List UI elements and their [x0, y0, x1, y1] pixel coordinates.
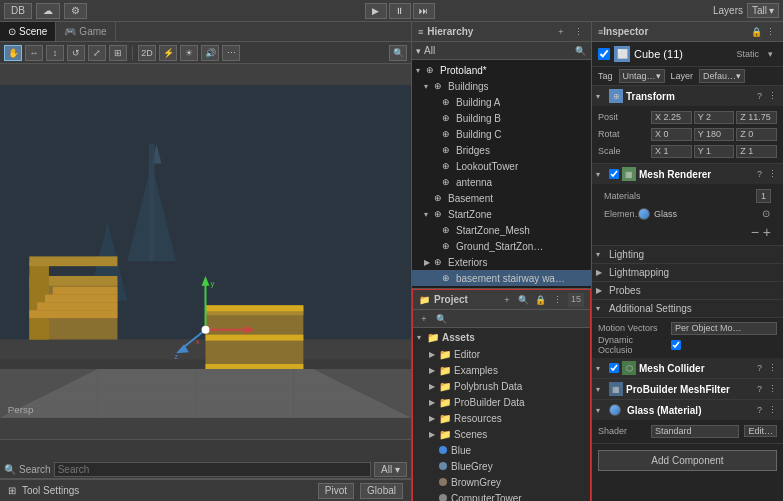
hierarchy-add-btn[interactable]: +: [554, 25, 568, 39]
add-component-button[interactable]: Add Component: [598, 450, 777, 471]
project-add-btn[interactable]: +: [500, 293, 514, 307]
play-button[interactable]: ▶: [365, 3, 387, 19]
pivot-button[interactable]: Pivot: [318, 483, 354, 499]
glass-material-help-btn[interactable]: ?: [755, 404, 764, 416]
asset-polybrush[interactable]: ▶ 📁 Polybrush Data: [413, 378, 590, 394]
scale-z[interactable]: Z 1: [736, 145, 777, 158]
transform-more-btn[interactable]: ⋮: [766, 90, 779, 102]
move-tool[interactable]: ↔: [25, 45, 43, 61]
gizmos-toggle[interactable]: ⋯: [222, 45, 240, 61]
asset-examples[interactable]: ▶ 📁 Examples: [413, 362, 590, 378]
shader-value[interactable]: Standard: [651, 425, 739, 438]
asset-computertower[interactable]: ComputerTower: [413, 490, 590, 501]
position-z[interactable]: Z 11.75: [736, 111, 777, 124]
project-more-btn[interactable]: ⋮: [551, 293, 565, 307]
tree-item-antenna[interactable]: ⊕ antenna: [412, 174, 591, 190]
project-toolbar-search[interactable]: 🔍: [434, 312, 448, 326]
lighting-section[interactable]: ▾ Lighting: [592, 246, 783, 264]
mesh-renderer-more-btn[interactable]: ⋮: [766, 168, 779, 180]
transform-tool[interactable]: ⊞: [109, 45, 127, 61]
tab-game[interactable]: 🎮Game: [56, 22, 115, 41]
asset-browngrey[interactable]: BrownGrey: [413, 474, 590, 490]
settings-button[interactable]: ⚙: [64, 3, 87, 19]
rotation-x[interactable]: X 0: [651, 128, 692, 141]
tree-item-building-c[interactable]: ⊕ Building C: [412, 126, 591, 142]
mesh-renderer-help-btn[interactable]: ?: [755, 168, 764, 180]
static-dropdown[interactable]: ▾: [763, 47, 777, 61]
tree-item-startzone[interactable]: ▾ ⊕ StartZone: [412, 206, 591, 222]
tree-item-startzone-mesh[interactable]: ⊕ StartZone_Mesh: [412, 222, 591, 238]
asset-probuilder[interactable]: ▶ 📁 ProBuilder Data: [413, 394, 590, 410]
tree-item-basement-stairway[interactable]: ⊕ basement stairway wa…: [412, 270, 591, 286]
search-filter-dropdown[interactable]: All ▾: [374, 462, 407, 477]
hierarchy-search-btn[interactable]: 🔍: [573, 44, 587, 58]
tree-item-bridges[interactable]: ⊕ Bridges: [412, 142, 591, 158]
lightmapping-section[interactable]: ▶ Lightmapping: [592, 264, 783, 282]
rotation-y[interactable]: Y 180: [694, 128, 735, 141]
motion-vectors-value[interactable]: Per Object Mo…: [671, 322, 777, 335]
object-active-checkbox[interactable]: [598, 48, 610, 60]
search-input[interactable]: [54, 462, 371, 477]
additional-settings-section[interactable]: ▾ Additional Settings: [592, 300, 783, 318]
dynamic-occlusion-checkbox[interactable]: [671, 340, 681, 350]
cloud-button[interactable]: ☁: [36, 3, 60, 19]
asset-resources[interactable]: ▶ 📁 Resources: [413, 410, 590, 426]
tree-item-ground[interactable]: ⊕ Ground_StartZon…: [412, 238, 591, 254]
pause-button[interactable]: ⏸: [389, 3, 411, 19]
rotation-z[interactable]: Z 0: [736, 128, 777, 141]
inspector-lock-btn[interactable]: 🔒: [749, 25, 763, 39]
asset-blue[interactable]: Blue: [413, 442, 590, 458]
tree-item-protoland[interactable]: ▾ ⊕ Protoland*: [412, 62, 591, 78]
mesh-collider-more-btn[interactable]: ⋮: [766, 362, 779, 374]
scene-search[interactable]: 🔍: [389, 45, 407, 61]
db-button[interactable]: DB: [4, 3, 32, 19]
step-button[interactable]: ⏭: [413, 3, 435, 19]
fx-toggle[interactable]: ☀: [180, 45, 198, 61]
asset-scenes[interactable]: ▶ 📁 Scenes: [413, 426, 590, 442]
transform-help-btn[interactable]: ?: [755, 90, 764, 102]
tall-dropdown[interactable]: Tall ▾: [747, 3, 779, 18]
hand-tool[interactable]: ✋: [4, 45, 22, 61]
tab-scene[interactable]: ⊙Scene: [0, 22, 56, 41]
probuilder-more-btn[interactable]: ⋮: [766, 383, 779, 395]
mesh-collider-checkbox[interactable]: [609, 363, 619, 373]
materials-minus-btn[interactable]: −: [751, 224, 759, 240]
tree-item-basement[interactable]: ⊕ Basement: [412, 190, 591, 206]
audio-toggle[interactable]: 🔊: [201, 45, 219, 61]
global-button[interactable]: Global: [360, 483, 403, 499]
material-target-btn[interactable]: ⊙: [761, 207, 771, 220]
position-y[interactable]: Y 2: [694, 111, 735, 124]
tree-item-building-a[interactable]: ⊕ Building A: [412, 94, 591, 110]
glass-material-header[interactable]: ▾ Glass (Material) ? ⋮: [592, 400, 783, 420]
probuilder-help-btn[interactable]: ?: [755, 383, 764, 395]
scale-y[interactable]: Y 1: [694, 145, 735, 158]
2d-toggle[interactable]: 2D: [138, 45, 156, 61]
project-toolbar-add[interactable]: +: [417, 312, 431, 326]
shader-edit-btn[interactable]: Edit…: [744, 425, 777, 437]
asset-editor[interactable]: ▶ 📁 Editor: [413, 346, 590, 362]
mesh-collider-header[interactable]: ▾ ⬡ Mesh Collider ? ⋮: [592, 358, 783, 378]
transform-header[interactable]: ▾ ⊕ Transform ? ⋮: [592, 86, 783, 106]
mesh-renderer-checkbox[interactable]: [609, 169, 619, 179]
probuilder-meshfilter-header[interactable]: ▾ ▦ ProBuilder MeshFilter ? ⋮: [592, 379, 783, 399]
tree-item-exteriors[interactable]: ▶ ⊕ Exteriors: [412, 254, 591, 270]
lighting-toggle[interactable]: ⚡: [159, 45, 177, 61]
assets-root[interactable]: ▾ 📁 Assets: [413, 328, 590, 346]
project-search-btn[interactable]: 🔍: [517, 293, 531, 307]
mesh-collider-help-btn[interactable]: ?: [755, 362, 764, 374]
scale-x[interactable]: X 1: [651, 145, 692, 158]
tag-dropdown[interactable]: Untag…▾: [619, 69, 665, 83]
layer-dropdown[interactable]: Defau…▾: [699, 69, 745, 83]
rotate-tool[interactable]: ↕: [46, 45, 64, 61]
inspector-more-btn[interactable]: ⋮: [763, 25, 777, 39]
asset-bluegrey[interactable]: BlueGrey: [413, 458, 590, 474]
tree-item-buildings[interactable]: ▾ ⊕ Buildings: [412, 78, 591, 94]
rect-tool[interactable]: ⤢: [88, 45, 106, 61]
materials-plus-btn[interactable]: +: [763, 224, 771, 240]
position-x[interactable]: X 2.25: [651, 111, 692, 124]
scale-tool[interactable]: ↺: [67, 45, 85, 61]
tree-item-building-b[interactable]: ⊕ Building B: [412, 110, 591, 126]
project-lock-btn[interactable]: 🔒: [534, 293, 548, 307]
probes-section[interactable]: ▶ Probes: [592, 282, 783, 300]
mesh-renderer-header[interactable]: ▾ ▦ Mesh Renderer ? ⋮: [592, 164, 783, 184]
